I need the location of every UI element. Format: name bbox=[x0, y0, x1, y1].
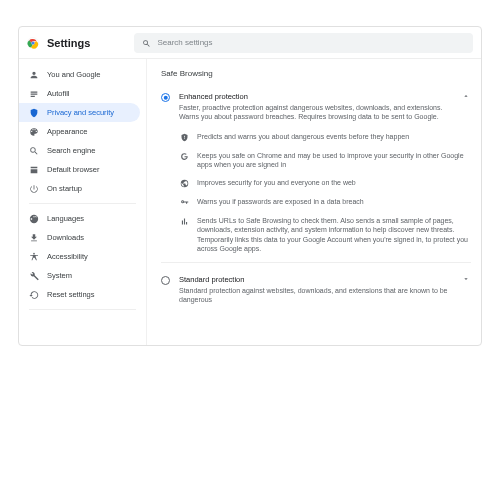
option-enhanced-protection[interactable]: Enhanced protection Faster, proactive pr… bbox=[161, 88, 471, 126]
restore-icon bbox=[29, 290, 39, 300]
feature-text: Improves security for you and everyone o… bbox=[197, 178, 356, 187]
sidebar-item-on-startup[interactable]: On startup bbox=[19, 179, 140, 198]
browser-icon bbox=[29, 165, 39, 175]
page-title: Settings bbox=[47, 37, 90, 49]
radio-unselected-icon[interactable] bbox=[161, 276, 170, 285]
feature-text: Keeps you safe on Chrome and may be used… bbox=[197, 151, 471, 170]
settings-window: Settings You and Google Autofill Privacy… bbox=[18, 26, 482, 346]
chevron-up-icon bbox=[462, 92, 470, 100]
sidebar-item-search-engine[interactable]: Search engine bbox=[19, 141, 140, 160]
person-icon bbox=[29, 70, 39, 80]
top-bar: Settings bbox=[19, 27, 481, 59]
data-send-icon bbox=[179, 217, 189, 227]
sidebar-item-label: Downloads bbox=[47, 233, 84, 242]
feature-item: Keeps you safe on Chrome and may be used… bbox=[179, 151, 471, 170]
feature-item: Sends URLs to Safe Browsing to check the… bbox=[179, 216, 471, 254]
sidebar-item-languages[interactable]: Languages bbox=[19, 209, 140, 228]
collapse-button[interactable] bbox=[461, 92, 471, 100]
search-field[interactable] bbox=[134, 33, 473, 53]
search-icon bbox=[142, 34, 151, 52]
divider bbox=[29, 309, 136, 310]
divider bbox=[29, 203, 136, 204]
sidebar-item-accessibility[interactable]: Accessibility bbox=[19, 247, 140, 266]
feature-text: Sends URLs to Safe Browsing to check the… bbox=[197, 216, 471, 254]
download-icon bbox=[29, 233, 39, 243]
main-content: Safe Browsing Enhanced protection Faster… bbox=[147, 59, 481, 345]
sidebar-item-label: Default browser bbox=[47, 165, 100, 174]
chevron-down-icon bbox=[462, 275, 470, 283]
sidebar-item-label: Privacy and security bbox=[47, 108, 114, 117]
feature-list: Predicts and warns you about dangerous e… bbox=[179, 132, 471, 254]
sidebar-item-label: Search engine bbox=[47, 146, 95, 155]
chrome-logo-icon bbox=[27, 37, 39, 49]
sidebar-item-label: Autofill bbox=[47, 89, 70, 98]
sidebar-item-autofill[interactable]: Autofill bbox=[19, 84, 140, 103]
sidebar-item-label: Reset settings bbox=[47, 290, 95, 299]
feature-text: Predicts and warns you about dangerous e… bbox=[197, 132, 409, 141]
autofill-icon bbox=[29, 89, 39, 99]
globe-icon bbox=[29, 214, 39, 224]
sidebar-item-label: Languages bbox=[47, 214, 84, 223]
sidebar-item-label: System bbox=[47, 271, 72, 280]
divider bbox=[161, 262, 471, 263]
option-description: Faster, proactive protection against dan… bbox=[179, 103, 449, 122]
option-title: Enhanced protection bbox=[179, 92, 449, 101]
search-input[interactable] bbox=[157, 38, 465, 47]
sidebar-item-system[interactable]: System bbox=[19, 266, 140, 285]
key-icon bbox=[179, 198, 189, 208]
google-g-icon bbox=[179, 152, 189, 162]
feature-item: Warns you if passwords are exposed in a … bbox=[179, 197, 471, 208]
sidebar: You and Google Autofill Privacy and secu… bbox=[19, 59, 147, 345]
expand-button[interactable] bbox=[461, 275, 471, 283]
shield-icon bbox=[29, 108, 39, 118]
option-standard-protection[interactable]: Standard protection Standard protection … bbox=[161, 271, 471, 309]
sidebar-item-reset[interactable]: Reset settings bbox=[19, 285, 140, 304]
sidebar-item-default-browser[interactable]: Default browser bbox=[19, 160, 140, 179]
sidebar-item-label: On startup bbox=[47, 184, 82, 193]
section-title: Safe Browsing bbox=[161, 69, 471, 78]
feature-text: Warns you if passwords are exposed in a … bbox=[197, 197, 364, 206]
accessibility-icon bbox=[29, 252, 39, 262]
feature-item: Predicts and warns you about dangerous e… bbox=[179, 132, 471, 143]
shield-alert-icon bbox=[179, 133, 189, 143]
sidebar-item-you-and-google[interactable]: You and Google bbox=[19, 65, 140, 84]
power-icon bbox=[29, 184, 39, 194]
sidebar-item-appearance[interactable]: Appearance bbox=[19, 122, 140, 141]
option-title: Standard protection bbox=[179, 275, 449, 284]
wrench-icon bbox=[29, 271, 39, 281]
sidebar-item-label: Accessibility bbox=[47, 252, 88, 261]
feature-item: Improves security for you and everyone o… bbox=[179, 178, 471, 189]
public-icon bbox=[179, 179, 189, 189]
sidebar-item-label: You and Google bbox=[47, 70, 101, 79]
search-engine-icon bbox=[29, 146, 39, 156]
appearance-icon bbox=[29, 127, 39, 137]
sidebar-item-privacy-security[interactable]: Privacy and security bbox=[19, 103, 140, 122]
radio-selected-icon[interactable] bbox=[161, 93, 170, 102]
option-description: Standard protection against websites, do… bbox=[179, 286, 449, 305]
sidebar-item-label: Appearance bbox=[47, 127, 87, 136]
sidebar-item-downloads[interactable]: Downloads bbox=[19, 228, 140, 247]
